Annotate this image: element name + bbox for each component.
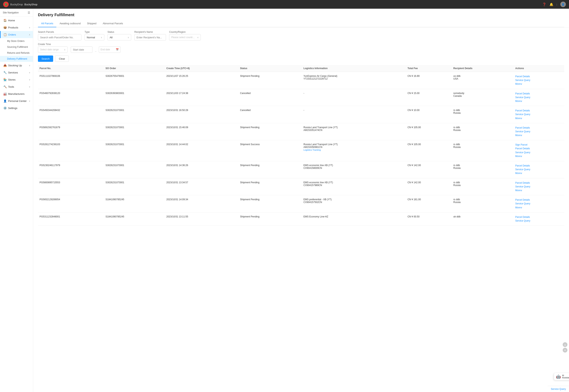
action-link[interactable]: Parcel Details: [515, 181, 563, 185]
sidebar-item-services[interactable]: 🔧 Services ∨: [0, 69, 33, 76]
action-link[interactable]: Service Query: [515, 130, 563, 134]
country-label: Country/Region: [169, 31, 201, 33]
table-row: PG5800895715553S30262310730012023/10/31 …: [38, 178, 564, 195]
sidebar-item-personal-center[interactable]: 👤 Personal Center ∨: [0, 97, 33, 104]
action-link[interactable]: More∨: [515, 134, 563, 137]
menu-icon[interactable]: ☰: [28, 11, 30, 14]
action-link[interactable]: Parcel Details: [515, 75, 563, 78]
sidebar-item-manufacturers[interactable]: 🏭 Manufacturers: [0, 90, 33, 97]
col-recipient: Recipient Details: [452, 65, 514, 72]
action-link[interactable]: More∨: [515, 154, 563, 158]
ai-bubble[interactable]: 🤖 AI Assistant: [554, 373, 569, 380]
action-link[interactable]: Service Query: [515, 112, 563, 116]
stocking-up-icon: 📥: [3, 64, 7, 67]
notification-icon[interactable]: 🔔: [549, 2, 553, 6]
action-link[interactable]: Service Query: [515, 202, 563, 206]
cell-status: Shipment Pending: [239, 72, 302, 89]
sidebar-item-home[interactable]: 🏠 Home: [0, 17, 33, 24]
manufacturers-icon: 🏭: [3, 92, 7, 95]
action-link[interactable]: Service Query: [515, 168, 563, 171]
action-link[interactable]: Sign Parcel: [515, 143, 563, 147]
cell-parcel-no: PG5800895715553: [38, 178, 104, 195]
status-select[interactable]: All ∨: [107, 34, 131, 41]
action-link[interactable]: Parcel Details: [515, 198, 563, 202]
cell-status: Shipment Pending: [239, 123, 302, 140]
sidebar: Site Navigation ☰ 🏠 Home 📦 Products ∨ 📋 …: [0, 9, 33, 392]
recipient-label: Recipient's Name: [134, 31, 166, 33]
col-parcel-no: Parcel No.: [38, 65, 104, 72]
tabs: All Parcels Awaiting outbound Shipped Ab…: [38, 20, 564, 27]
action-link[interactable]: More∨: [515, 189, 563, 192]
cell-recipient: rs ddbRussia: [452, 161, 514, 178]
cell-actions: Parcel DetailsService QueryMore∨: [514, 106, 564, 123]
sidebar-item-settings-label: Settings: [8, 107, 17, 110]
action-link[interactable]: Service Query: [515, 151, 563, 154]
action-link[interactable]: More∨: [515, 82, 563, 86]
action-link[interactable]: Parcel Details: [515, 92, 563, 96]
action-link[interactable]: Parcel Details: [515, 164, 563, 168]
search-parcels-input[interactable]: [38, 34, 81, 41]
action-link[interactable]: More∨: [515, 116, 563, 120]
action-link[interactable]: More∨: [515, 99, 563, 103]
action-link[interactable]: Parcel Details: [515, 215, 563, 219]
tab-awaiting-outbound[interactable]: Awaiting outbound: [56, 20, 84, 27]
cell-so-order: S3026231073001: [104, 178, 165, 195]
logo-area[interactable]: 🐉 BuckyDrop BuckyShop: [3, 1, 37, 7]
sidebar-item-tools[interactable]: 🔨 Tools ∨: [0, 83, 33, 90]
search-button[interactable]: Search: [38, 56, 53, 62]
sidebar-sub-my-store-orders[interactable]: My Store Orders: [0, 38, 33, 44]
tab-shipped[interactable]: Shipped: [84, 20, 100, 27]
sidebar-item-stores[interactable]: 🏪 Stores ∨: [0, 76, 33, 83]
clear-button[interactable]: Clear: [55, 56, 69, 62]
cell-logistics: -: [302, 89, 406, 106]
sidebar-item-home-label: Home: [8, 19, 15, 22]
main-header: Delivery Fulfillment All Parcels Awaitin…: [33, 9, 569, 28]
bottom-service-query[interactable]: Service Query: [548, 386, 569, 392]
cell-so-order: S3026393803001: [104, 89, 165, 106]
cell-logistics: EMS economic line-XB (YT)CX904157989CN: [302, 178, 406, 195]
ai-assistant[interactable]: 🤖 AI Assistant: [557, 373, 569, 380]
sidebar-sub-returns-refunds[interactable]: Returns and Refunds: [0, 50, 33, 56]
create-time-row: Create Time Select date range ∨ → End da…: [38, 43, 564, 53]
cell-recipient: rs ddbRussia: [452, 106, 514, 123]
search-parcels-label: Search Parcels: [38, 31, 81, 33]
recipient-group: Recipient's Name: [134, 31, 166, 41]
start-date-input[interactable]: [71, 46, 92, 53]
date-range-select[interactable]: Select date range ∨: [38, 46, 68, 53]
avatar[interactable]: 👤: [560, 1, 566, 7]
sidebar-item-products[interactable]: 📦 Products ∨: [0, 24, 33, 31]
tools-arrow: ∨: [29, 86, 30, 88]
cell-status: Shipment Pending: [239, 195, 302, 212]
action-link[interactable]: Parcel Details: [515, 109, 563, 112]
action-link[interactable]: Service Query: [515, 96, 563, 99]
calendar-icon[interactable]: 📅: [116, 48, 119, 51]
action-link[interactable]: Service Query: [515, 219, 563, 223]
status-label: Status: [107, 31, 131, 33]
sidebar-sub-delivery-fulfillment[interactable]: Delivery Fulfillment: [0, 56, 33, 62]
create-time-label: Create Time: [38, 43, 68, 46]
country-select[interactable]: Please select countr... ∨: [169, 34, 201, 41]
cell-create-time: 2023/10/31 14:44:02: [165, 140, 239, 161]
action-link[interactable]: More∨: [515, 171, 563, 175]
tab-abnormal-parcels[interactable]: Abnormal Parcels: [100, 20, 126, 27]
action-link[interactable]: Service Query: [515, 78, 563, 82]
help-icon[interactable]: ❓: [542, 2, 546, 6]
type-group: Type Normal ∨: [85, 31, 104, 41]
recipient-input[interactable]: [134, 34, 166, 41]
sidebar-sub-sourcing-fulfillment[interactable]: Sourcing Fulfillment: [0, 44, 33, 50]
sidebar-item-settings[interactable]: ⚙️ Settings: [0, 104, 33, 112]
cell-actions: Parcel DetailsService QueryMore∨: [514, 161, 564, 178]
action-link[interactable]: Parcel Details: [515, 126, 563, 130]
sidebar-item-orders[interactable]: 📋 Orders ∧: [0, 31, 33, 38]
cell-create-time: 2023/10/31 15:46:09: [165, 123, 239, 140]
tab-all-parcels[interactable]: All Parcels: [38, 20, 56, 27]
logistics-tracking-link[interactable]: Logistics Tracking: [303, 149, 321, 151]
table-header-row: Parcel No. SO Order Create Time (UTC+8) …: [38, 65, 564, 72]
action-link[interactable]: More∨: [515, 206, 563, 210]
action-link[interactable]: Parcel Details: [515, 147, 563, 151]
action-link[interactable]: Service Query: [515, 185, 563, 189]
scroll-down-btn[interactable]: ▼: [563, 348, 568, 352]
scroll-up-btn[interactable]: ▲: [563, 342, 568, 347]
sidebar-item-stocking-up[interactable]: 📥 Stocking Up ∨: [0, 62, 33, 69]
type-select[interactable]: Normal ∨: [85, 34, 104, 41]
